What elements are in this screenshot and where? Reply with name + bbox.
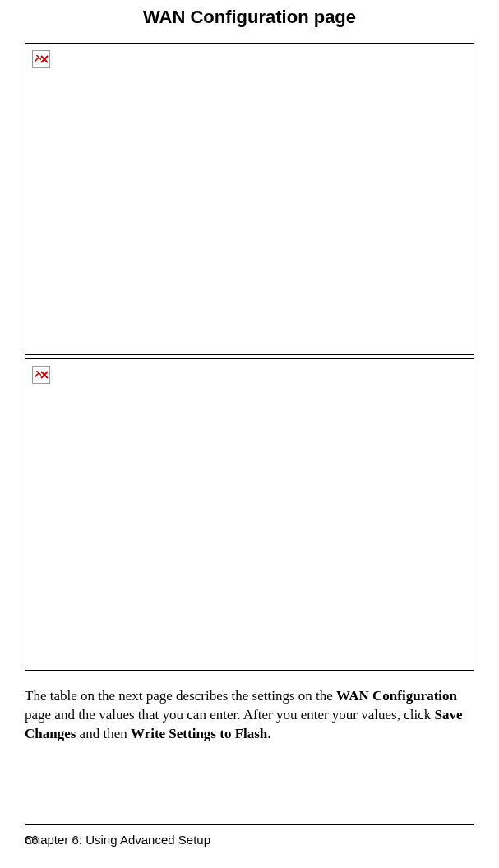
broken-image-icon [32,50,50,68]
bold-write-settings: Write Settings to Flash [131,726,267,741]
text-segment: and then [76,726,131,741]
footer-divider [25,824,474,825]
figure-placeholder-bottom [25,358,474,671]
page-title: WAN Configuration page [25,7,474,28]
footer-text: Chapter 6: Using Advanced Setup [25,833,210,847]
text-segment: page and the values that you can enter. … [25,707,435,723]
footer-chapter: Chapter 6: Using Advanced Setup [25,833,210,847]
bold-wan-configuration: WAN Configuration [336,688,457,704]
text-segment: . [267,726,270,741]
figure-placeholder-top [25,43,474,355]
body-paragraph: The table on the next page describes the… [25,687,474,744]
broken-image-icon [32,366,50,384]
text-segment: The table on the next page describes the… [25,688,336,704]
